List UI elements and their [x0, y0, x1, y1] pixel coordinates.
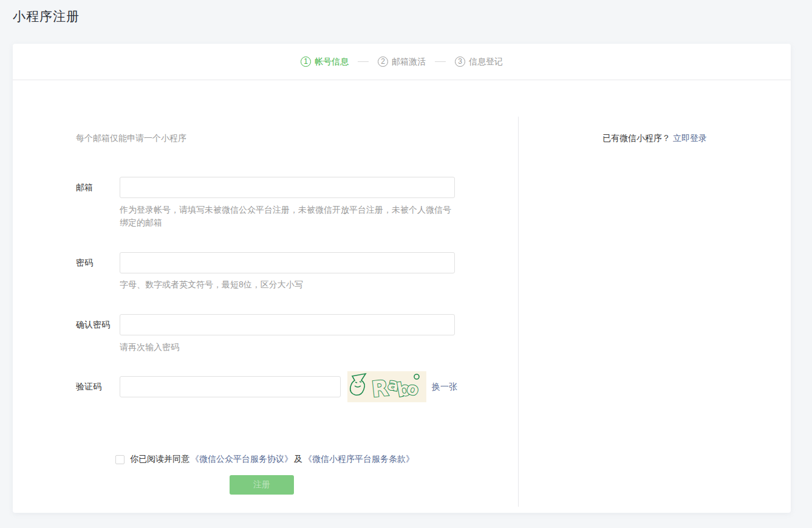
intro-note: 每个邮箱仅能申请一个小程序	[76, 133, 186, 144]
step-3-label: 信息登记	[469, 57, 503, 67]
confirm-password-row: 确认密码	[76, 314, 455, 335]
login-link[interactable]: 立即登录	[673, 133, 707, 143]
step-2-number-icon: 2	[378, 57, 388, 67]
registration-card: 1 帐号信息 2 邮箱激活 3 信息登记 每个邮箱仅能申请一个小程序 已有微信小…	[13, 44, 791, 513]
password-row: 密码	[76, 252, 455, 273]
password-label: 密码	[76, 252, 120, 273]
confirm-password-helper: 请再次输入密码	[120, 341, 455, 354]
email-label: 邮箱	[76, 177, 120, 198]
service-agreement-link[interactable]: 《微信公众平台服务协议》	[191, 454, 293, 465]
captcha-image[interactable]: R a b o	[347, 371, 426, 402]
agreement-row: 你已阅读并同意 《微信公众平台服务协议》 及 《微信小程序平台服务条款》	[115, 454, 415, 465]
step-3-number-icon: 3	[455, 57, 465, 67]
register-button[interactable]: 注册	[230, 475, 294, 495]
agreement-checkbox[interactable]	[115, 455, 125, 464]
password-helper: 字母、数字或者英文符号，最短8位，区分大小写	[120, 278, 455, 291]
captcha-row: 验证码 R a b o 换一张	[76, 371, 457, 402]
page-title: 小程序注册	[13, 8, 80, 25]
card-body: 每个邮箱仅能申请一个小程序 已有微信小程序？ 立即登录 邮箱 作为登录帐号，请填…	[13, 80, 791, 512]
step-email-activation: 2 邮箱激活	[378, 57, 426, 67]
confirm-password-input[interactable]	[120, 314, 455, 335]
captcha-label: 验证码	[76, 371, 120, 402]
login-hint: 已有微信小程序？ 立即登录	[519, 133, 791, 144]
email-row: 邮箱	[76, 177, 455, 198]
step-2-label: 邮箱激活	[392, 57, 426, 67]
step-account-info: 1 帐号信息	[301, 57, 349, 67]
vertical-divider	[518, 117, 519, 507]
login-hint-text: 已有微信小程序？	[602, 133, 670, 143]
captcha-refresh-link[interactable]: 换一张	[432, 382, 457, 393]
password-input[interactable]	[120, 252, 455, 273]
step-1-number-icon: 1	[301, 57, 311, 67]
stepper: 1 帐号信息 2 邮箱激活 3 信息登记	[13, 44, 791, 80]
platform-terms-link[interactable]: 《微信小程序平台服务条款》	[304, 454, 414, 465]
confirm-password-label: 确认密码	[76, 314, 120, 335]
step-dash-icon	[358, 61, 369, 62]
agreement-text: 你已阅读并同意	[130, 454, 189, 465]
captcha-input[interactable]	[120, 376, 341, 397]
step-dash-icon	[435, 61, 446, 62]
step-info-registration: 3 信息登记	[455, 57, 503, 67]
email-input[interactable]	[120, 177, 455, 198]
agreement-conjunction: 及	[294, 454, 302, 465]
email-helper: 作为登录帐号，请填写未被微信公众平台注册，未被微信开放平台注册，未被个人微信号绑…	[120, 204, 455, 229]
step-1-label: 帐号信息	[315, 57, 349, 67]
page-header: 小程序注册	[13, 8, 80, 25]
